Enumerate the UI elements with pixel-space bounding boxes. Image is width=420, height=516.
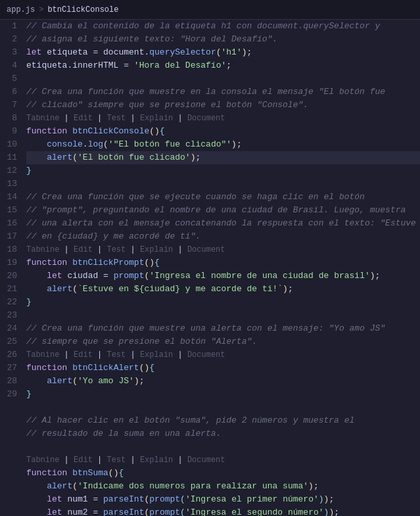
line-num-20: 20	[4, 270, 17, 283]
code-line-let-num2: let num2 = parseInt(prompt('Ingresa el s…	[26, 506, 420, 516]
code-line-alert-indicame: alert('Indicame dos numeros para realiza…	[26, 480, 420, 493]
tabnine-link[interactable]: Tabnine	[26, 114, 59, 123]
line-num-26: 26	[4, 348, 17, 362]
code-line-7-comment2: // clicado" siempre que se presione el b…	[26, 99, 420, 112]
edit-link-3[interactable]: Edit	[74, 350, 93, 360]
tabnine-link-3[interactable]: Tabnine	[26, 350, 59, 360]
document-link-3[interactable]: Document	[187, 350, 225, 360]
code-line-empty2	[26, 309, 420, 322]
test-link-3[interactable]: Test	[106, 350, 126, 360]
code-line-1: // Cambia el contenido de la etiqueta h1…	[26, 20, 420, 33]
code-line-close2: }	[26, 296, 420, 309]
code-line-alert1: alert('El botón fue clicado');	[26, 151, 420, 164]
test-link-1[interactable]: Test	[106, 114, 126, 123]
tabnine-link-2[interactable]: Tabnine	[26, 245, 59, 254]
line-num-7: 7	[4, 99, 17, 112]
test-link-2[interactable]: Test	[106, 245, 126, 254]
line-num-12: 12	[4, 164, 17, 177]
line-num-5: 5	[4, 72, 17, 85]
explain-link-1[interactable]: Explain	[140, 114, 173, 123]
code-line-4: etiqueta.innerHTML = 'Hora del Desafío';	[26, 59, 420, 72]
code-line-comment6: // en {ciudad} y me acordé de ti".	[26, 230, 420, 243]
line-num-1: 1	[4, 20, 17, 33]
line-num-2: 2	[4, 33, 17, 46]
code-line-let-num1: let num1 = parseInt(prompt('Ingresa el p…	[26, 493, 420, 506]
code-line-comment3: // Crea una función que se ejecute cuand…	[26, 191, 420, 204]
line-num-25: 25	[4, 335, 17, 348]
code-line-empty4	[26, 440, 420, 454]
code-line-func1: function btnClickConsole(){	[26, 125, 420, 138]
code-line-close3: }	[26, 388, 420, 401]
line-num-13: 13	[4, 177, 17, 191]
breadcrumb-active: btnClickConsole	[47, 5, 118, 14]
code-line-empty1	[26, 177, 420, 191]
code-line-comment7: // Crea una función que muestre una aler…	[26, 322, 420, 335]
line-num-16: 16	[4, 217, 17, 230]
line-num-4: 4	[4, 59, 17, 72]
code-area[interactable]: // Cambia el contenido de la etiqueta h1…	[24, 20, 420, 516]
explain-link-4[interactable]: Explain	[140, 456, 173, 465]
line-numbers: 1 2 3 4 5 6 7 8 9 10 11 12 13 14 15 16 1…	[0, 20, 24, 516]
line-num-9: 9	[4, 125, 17, 138]
tabnine-bar-2[interactable]: Tabnine | Edit | Test | Explain | Docume…	[26, 243, 420, 256]
code-line-close1: }	[26, 164, 420, 177]
code-line-comment9: // Al hacer clic en el botón "suma", pid…	[26, 414, 420, 427]
line-num-11: 11	[4, 151, 17, 164]
code-line-func3: function btnClickAlert(){	[26, 362, 420, 375]
line-num-15: 15	[4, 204, 17, 217]
code-line-alert-ciudad: alert(`Estuve en ${ciudad} y me acorde d…	[26, 283, 420, 296]
line-num-14: 14	[4, 191, 17, 204]
line-num-27: 27	[4, 362, 17, 375]
code-line-alert-yoamo: alert('Yo amo JS');	[26, 375, 420, 388]
test-link-4[interactable]: Test	[106, 456, 126, 465]
breadcrumb-separator: >	[39, 5, 43, 14]
code-line-2: // asigna el siguiente texto: "Hora del …	[26, 33, 420, 46]
code-line-5	[26, 72, 420, 85]
document-link-4[interactable]: Document	[187, 456, 225, 465]
line-num-18: 18	[4, 243, 17, 256]
code-line-6: // Crea una función que muestre en la co…	[26, 85, 420, 99]
line-num-21: 21	[4, 283, 17, 296]
line-num-23: 23	[4, 309, 17, 322]
tabnine-link-4[interactable]: Tabnine	[26, 456, 59, 465]
tabnine-bar-4[interactable]: Tabnine | Edit | Test | Explain | Docume…	[26, 454, 420, 467]
editor: 1 2 3 4 5 6 7 8 9 10 11 12 13 14 15 16 1…	[0, 20, 420, 516]
line-num-17: 17	[4, 230, 17, 243]
document-link-2[interactable]: Document	[187, 245, 225, 254]
line-num-10: 10	[4, 138, 17, 151]
line-num-6: 6	[4, 85, 17, 99]
title-bar: app.js > btnClickConsole	[0, 0, 420, 20]
edit-link-2[interactable]: Edit	[74, 245, 93, 254]
line-num-22: 22	[4, 296, 17, 309]
line-num-29: 29	[4, 388, 17, 401]
code-line-empty3	[26, 401, 420, 414]
code-line-comment4: // "prompt", preguntando el nombre de un…	[26, 204, 420, 217]
code-line-func4: function btnSuma(){	[26, 467, 420, 480]
explain-link-3[interactable]: Explain	[140, 350, 173, 360]
line-num-28: 28	[4, 375, 17, 388]
tabnine-bar-1[interactable]: Tabnine | Edit | Test | Explain | Docume…	[26, 112, 420, 125]
code-line-comment10: // resultado de la suma en una alerta.	[26, 427, 420, 440]
line-num-24: 24	[4, 322, 17, 335]
code-line-3: let etiqueta = document.querySelector('h…	[26, 46, 420, 59]
line-num-8: 8	[4, 112, 17, 125]
document-link-1[interactable]: Document	[187, 114, 225, 123]
code-line-comment5: // una alerta con el mensaje concatenand…	[26, 217, 420, 230]
file-name[interactable]: app.js	[7, 5, 35, 14]
tabnine-bar-3[interactable]: Tabnine | Edit | Test | Explain | Docume…	[26, 348, 420, 362]
edit-link-1[interactable]: Edit	[74, 114, 93, 123]
edit-link-4[interactable]: Edit	[74, 456, 93, 465]
line-num-3: 3	[4, 46, 17, 59]
code-line-consolelog: console.log('"El botón fue clicado"');	[26, 138, 420, 151]
code-line-let-ciudad: let ciudad = prompt('Ingresa el nombre d…	[26, 270, 420, 283]
explain-link-2[interactable]: Explain	[140, 245, 173, 254]
code-line-func2: function btnClickPrompt(){	[26, 256, 420, 270]
code-line-comment8: // siempre que se presione el botón "Ale…	[26, 335, 420, 348]
line-num-19: 19	[4, 256, 17, 270]
